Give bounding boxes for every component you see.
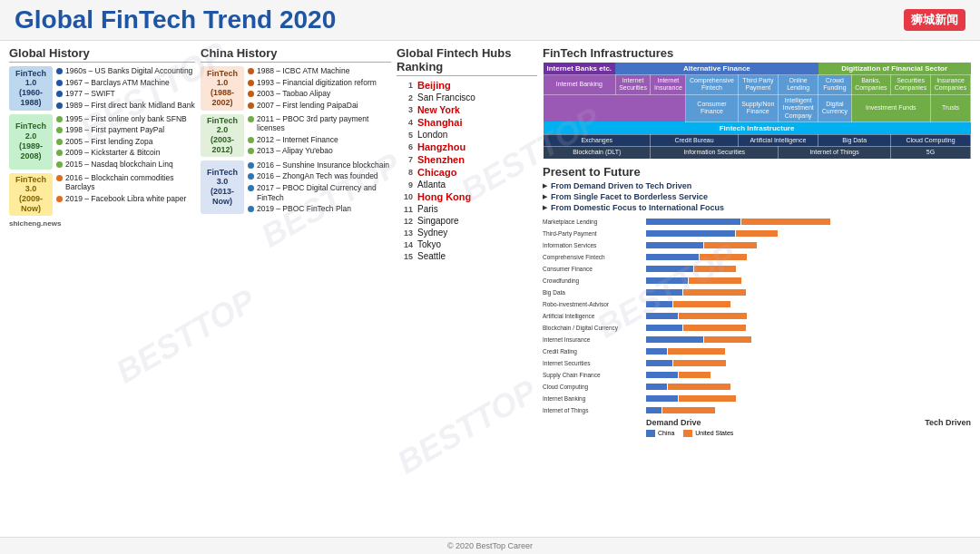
hub-rank: 5 xyxy=(397,131,413,140)
hub-item-15: 15 Seattle xyxy=(397,251,537,261)
global-history-title: Global History xyxy=(9,46,195,63)
legend-us-box xyxy=(683,430,692,437)
event-item: 1998 – First payment PayPal xyxy=(56,125,195,135)
china-era-label-2: FinTech2.0(2003-2012) xyxy=(201,114,244,157)
bar-china xyxy=(646,266,693,272)
drive-labels: Demand Drive Tech Driven xyxy=(646,418,971,427)
event-item: 2007 – First lending PaipaDai xyxy=(248,101,391,111)
chart-bar-row xyxy=(646,346,971,357)
era-label-2: FinTech2.0(1989-2008) xyxy=(9,114,53,170)
bar-china xyxy=(646,289,682,296)
chart-row-label: Supply Chain Finance xyxy=(543,370,642,381)
hub-item-6: 6 Hangzhou xyxy=(397,141,537,152)
hub-city: Shenzhen xyxy=(417,154,465,165)
footer-brand: shicheng.news xyxy=(9,219,195,228)
chart-bar-row xyxy=(646,252,971,263)
dot-icon xyxy=(248,80,254,86)
bar-us xyxy=(683,289,746,296)
infra-cell: Comprehensive Fintech xyxy=(686,75,738,95)
infra-cell: Blockchain (DLT) xyxy=(544,147,651,159)
bar-us xyxy=(679,395,736,402)
event-item: 1967 – Barclays ATM Machine xyxy=(56,78,195,88)
bar-china xyxy=(646,230,735,237)
chart-bar-row xyxy=(646,394,971,404)
era-events-2: 1995 – First online only bank SFNB 1998 … xyxy=(56,114,195,170)
infra-cell: Credit Bureau xyxy=(651,134,738,146)
infra-cell: Intelligent Investment Company xyxy=(779,94,818,121)
bar-china xyxy=(646,372,678,378)
event-item: 1988 – ICBC ATM Machine xyxy=(248,66,391,76)
china-events-2: 2011 – PBOC 3rd party payment licenses 2… xyxy=(248,114,391,157)
hubs-section-title: Global Fintech Hubs Ranking xyxy=(397,46,537,76)
event-item: 1995 – First online only bank SFNB xyxy=(56,114,195,124)
bar-china xyxy=(646,384,667,390)
infra-cell: Securities Companies xyxy=(891,75,931,95)
chart-row-label: Marketplace Lending xyxy=(543,217,642,228)
chart-bar-row xyxy=(646,217,971,228)
chart-bar-row xyxy=(646,323,971,334)
event-item: 1960s – US Banks Digital Accounting xyxy=(56,66,195,76)
dot-icon xyxy=(248,206,254,212)
infra-cat-1: Internet Banks etc. xyxy=(544,63,616,75)
china-era-1: FinTech1.0(1988-2002) 1988 – ICBC ATM Ma… xyxy=(201,66,391,111)
bar-us xyxy=(689,277,741,284)
infra-row-header: Fintech Infrastructure xyxy=(544,121,971,134)
bar-china xyxy=(646,395,678,402)
chart-row-label: Information Services xyxy=(543,240,642,251)
bar-china xyxy=(646,348,667,355)
dot-icon xyxy=(56,139,63,145)
hub-city: Singapore xyxy=(417,216,459,226)
event-item: 2019 – Facebook Libra white paper xyxy=(56,194,195,204)
chart-row-label: Consumer Finance xyxy=(543,264,642,275)
footer-bar: © 2020 BestTop Career xyxy=(0,537,980,554)
chart-row-label: Internet Banking xyxy=(543,394,642,404)
legend-us-label: United States xyxy=(695,430,733,436)
chart-bar-row xyxy=(646,287,971,298)
infra-cell: Internet Banking xyxy=(544,75,616,95)
infra-cell: Banks, Companies xyxy=(851,75,890,95)
global-timeline: FinTech1.0(1960-1988) 1960s – US Banks D… xyxy=(9,66,195,216)
china-era-3: FinTech3.0(2013-Now) 2016 – Sunshine Ins… xyxy=(201,160,391,214)
panel-global: Global History FinTech1.0(1960-1988) 196… xyxy=(9,46,195,533)
chart-bar-row xyxy=(646,228,971,239)
era-block-2: FinTech2.0(1989-2008) 1995 – First onlin… xyxy=(9,114,195,170)
dot-icon xyxy=(56,91,63,97)
hub-city: Hangzhou xyxy=(417,141,466,152)
event-item: 2005 – First lending Zopa xyxy=(56,137,195,147)
chart-labels: Marketplace LendingThird-Party PaymentIn… xyxy=(543,217,642,437)
bar-china xyxy=(646,313,678,319)
chart-row-label: Internet Insurance xyxy=(543,335,642,345)
china-timeline: FinTech1.0(1988-2002) 1988 – ICBC ATM Ma… xyxy=(201,66,391,214)
hub-city: Sydney xyxy=(417,228,447,238)
content-area: Global History FinTech1.0(1960-1988) 196… xyxy=(0,41,980,537)
chart-row-label: Robo-investment-Advisor xyxy=(543,299,642,310)
event-item: 1989 – First direct bank Midland Bank xyxy=(56,101,195,111)
chart-row-label: Blockchain / Digital Currency xyxy=(543,323,642,334)
hub-city: San Francisco xyxy=(417,92,475,102)
infra-cell: Internet Insurance xyxy=(651,75,686,95)
infra-cell: 5G xyxy=(891,147,971,159)
infra-table: Internet Banks etc. Alternative Finance … xyxy=(543,63,971,160)
dot-icon xyxy=(56,102,63,109)
bar-us xyxy=(683,325,746,331)
hub-rank: 12 xyxy=(397,217,413,226)
chart-bar-row xyxy=(646,311,971,322)
event-item: 2019 – PBOC FinTech Plan xyxy=(248,204,391,214)
main-title: Global FinTech Trend 2020 xyxy=(15,5,336,34)
chart-bar-row xyxy=(646,382,971,393)
infra-cell: Exchanges xyxy=(544,134,651,146)
panel-right: FinTech Infrastructures Internet Banks e… xyxy=(543,46,971,533)
demand-label: Demand Drive xyxy=(646,418,701,427)
hub-rank: 3 xyxy=(397,105,413,114)
hub-city: Atlanta xyxy=(417,180,446,190)
bar-china xyxy=(646,219,740,225)
panel-china: China History FinTech1.0(1988-2002) 1988… xyxy=(201,46,391,533)
event-item: 2013 – Alipay Yu'ebao xyxy=(248,146,391,156)
chart-bar-row xyxy=(646,358,971,369)
bar-us xyxy=(704,336,751,343)
hub-item-4: 4 Shanghai xyxy=(397,117,537,128)
bar-us xyxy=(679,313,747,319)
hub-item-3: 3 New York xyxy=(397,104,537,115)
hub-rank: 10 xyxy=(397,192,413,201)
chart-row-label: Big Data xyxy=(543,287,642,298)
